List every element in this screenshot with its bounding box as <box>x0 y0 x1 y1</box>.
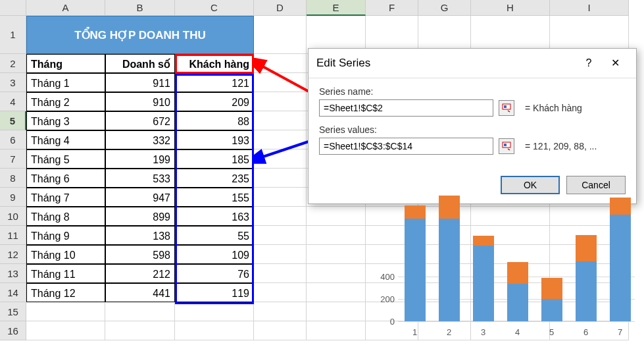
cell-D5[interactable] <box>254 111 307 130</box>
bar-top[interactable] <box>576 235 597 261</box>
cell-D6[interactable] <box>254 130 307 149</box>
cell-C16[interactable] <box>175 321 254 340</box>
bar-top[interactable] <box>439 196 460 219</box>
cell-thang-3[interactable]: Tháng 1 <box>26 73 105 92</box>
header-thang[interactable]: Tháng <box>26 54 105 73</box>
cell-D15[interactable] <box>254 302 307 321</box>
cell-thang-14[interactable]: Tháng 12 <box>26 283 105 302</box>
collapse-range-button-name[interactable] <box>499 100 514 116</box>
row-header-10[interactable]: 10 <box>0 207 26 226</box>
cell-D11[interactable] <box>254 226 307 245</box>
cell-B15[interactable] <box>105 302 175 321</box>
cell-E10[interactable] <box>307 207 366 226</box>
col-header-F[interactable]: F <box>366 0 418 16</box>
cell-kh-4[interactable]: 209 <box>175 92 254 111</box>
row-header-4[interactable]: 4 <box>0 92 26 111</box>
cell-ds-7[interactable]: 199 <box>105 149 175 169</box>
cell-ds-10[interactable]: 899 <box>105 207 175 226</box>
collapse-range-button-values[interactable] <box>499 138 514 154</box>
cell-E12[interactable] <box>307 245 366 264</box>
cell-thang-7[interactable]: Tháng 5 <box>26 149 105 169</box>
help-button[interactable]: ? <box>576 54 602 72</box>
cell-D7[interactable] <box>254 149 307 169</box>
cell-kh-5[interactable]: 88 <box>175 111 254 130</box>
cell-thang-11[interactable]: Tháng 9 <box>26 226 105 245</box>
cell-D13[interactable] <box>254 264 307 283</box>
cell-E14[interactable] <box>307 283 366 302</box>
bar-top[interactable] <box>473 236 494 246</box>
cell-thang-10[interactable]: Tháng 8 <box>26 207 105 226</box>
cell-ds-12[interactable]: 598 <box>105 245 175 264</box>
row-header-8[interactable]: 8 <box>0 169 26 188</box>
dialog-titlebar[interactable]: Edit Series ? ✕ <box>309 49 636 78</box>
cell-E13[interactable] <box>307 264 366 283</box>
cell-kh-11[interactable]: 55 <box>175 226 254 245</box>
cell-kh-8[interactable]: 235 <box>175 169 254 188</box>
row-header-5[interactable]: 5 <box>0 111 26 130</box>
bar-top[interactable] <box>610 198 631 215</box>
cell-thang-4[interactable]: Tháng 2 <box>26 92 105 111</box>
bar-base[interactable] <box>439 219 460 321</box>
cell-D9[interactable] <box>254 188 307 207</box>
cell-D12[interactable] <box>254 245 307 264</box>
cell-thang-13[interactable]: Tháng 11 <box>26 264 105 283</box>
row-header-1[interactable]: 1 <box>0 16 26 54</box>
cell-D8[interactable] <box>254 169 307 188</box>
cell-kh-3[interactable]: 121 <box>175 73 254 92</box>
col-header-H[interactable]: H <box>471 0 550 16</box>
bar-top[interactable] <box>541 278 562 299</box>
col-header-D[interactable]: D <box>254 0 307 16</box>
select-all-corner[interactable] <box>0 0 26 16</box>
row-header-15[interactable]: 15 <box>0 302 26 321</box>
row-header-7[interactable]: 7 <box>0 149 26 169</box>
cell-ds-5[interactable]: 672 <box>105 111 175 130</box>
row-header-13[interactable]: 13 <box>0 264 26 283</box>
bar-base[interactable] <box>473 246 494 321</box>
series-values-input[interactable] <box>319 138 493 155</box>
cell-kh-10[interactable]: 163 <box>175 207 254 226</box>
cell-ds-9[interactable]: 947 <box>105 188 175 207</box>
cell-thang-6[interactable]: Tháng 4 <box>26 130 105 149</box>
header-khachhang[interactable]: Khách hàng <box>175 54 254 73</box>
cell-D1[interactable] <box>254 16 307 54</box>
cancel-button[interactable]: Cancel <box>566 176 626 194</box>
col-header-B[interactable]: B <box>105 0 175 16</box>
cell-B16[interactable] <box>105 321 175 340</box>
col-header-I[interactable]: I <box>550 0 629 16</box>
cell-ds-13[interactable]: 212 <box>105 264 175 283</box>
cell-ds-4[interactable]: 910 <box>105 92 175 111</box>
bar-top[interactable] <box>507 262 528 284</box>
cell-E15[interactable] <box>307 302 366 321</box>
cell-kh-9[interactable]: 155 <box>175 188 254 207</box>
bar-top[interactable] <box>405 205 426 219</box>
bar-base[interactable] <box>507 284 528 321</box>
cell-ds-8[interactable]: 533 <box>105 169 175 188</box>
header-doanhso[interactable]: Doanh số <box>105 54 175 73</box>
cell-D3[interactable] <box>254 73 307 92</box>
cell-D10[interactable] <box>254 207 307 226</box>
cell-ds-11[interactable]: 138 <box>105 226 175 245</box>
row-header-12[interactable]: 12 <box>0 245 26 264</box>
col-header-A[interactable]: A <box>26 0 105 16</box>
title-banner[interactable]: TỔNG HỢP DOANH THU <box>26 16 254 54</box>
row-header-6[interactable]: 6 <box>0 130 26 149</box>
col-header-G[interactable]: G <box>418 0 471 16</box>
col-header-E[interactable]: E <box>307 0 366 16</box>
bar-base[interactable] <box>541 299 562 321</box>
cell-D14[interactable] <box>254 283 307 302</box>
cell-E11[interactable] <box>307 226 366 245</box>
cell-kh-14[interactable]: 119 <box>175 283 254 302</box>
cell-C15[interactable] <box>175 302 254 321</box>
cell-kh-7[interactable]: 185 <box>175 149 254 169</box>
row-header-9[interactable]: 9 <box>0 188 26 207</box>
col-header-C[interactable]: C <box>175 0 254 16</box>
series-name-input[interactable] <box>319 99 493 117</box>
cell-ds-14[interactable]: 441 <box>105 283 175 302</box>
cell-ds-6[interactable]: 332 <box>105 130 175 149</box>
cell-thang-12[interactable]: Tháng 10 <box>26 245 105 264</box>
cell-kh-12[interactable]: 109 <box>175 245 254 264</box>
row-header-14[interactable]: 14 <box>0 283 26 302</box>
row-header-16[interactable]: 16 <box>0 321 26 340</box>
cell-ds-3[interactable]: 911 <box>105 73 175 92</box>
cell-D4[interactable] <box>254 92 307 111</box>
